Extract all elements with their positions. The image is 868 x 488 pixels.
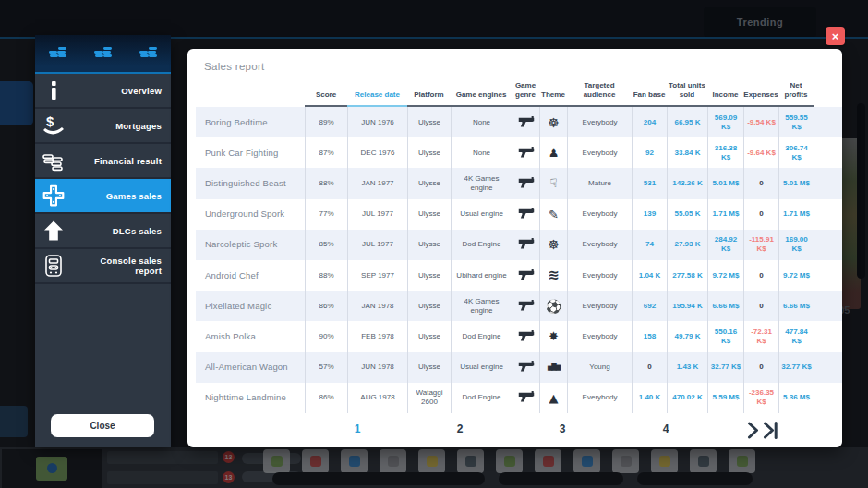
column-header-income[interactable]: Income	[707, 66, 743, 107]
table-row[interactable]: Punk Car Fighting87%DEC 1976UlysseNone♟E…	[196, 137, 842, 168]
column-header-platform[interactable]: Platform	[407, 66, 451, 107]
cell-game-name: Nighttime Landmine	[196, 383, 305, 413]
column-header-game-genre[interactable]: Game genre	[512, 66, 539, 107]
cell-platform: Ulysse	[407, 291, 451, 321]
cell-expenses: -115.91 K$	[743, 230, 778, 260]
cell-value: 88%	[319, 271, 333, 280]
column-header-label: Release date	[355, 90, 400, 100]
cell-value: Young	[589, 363, 609, 372]
svg-text:$: $	[46, 113, 54, 129]
table-row[interactable]: Underground Spork77%JUL 1977UlysseUsual …	[196, 199, 842, 230]
column-header-score[interactable]: Score	[305, 66, 347, 107]
genre-revolver-gun-icon	[518, 360, 535, 375]
cell-value: -9.64 K$	[747, 149, 776, 158]
table-row[interactable]: Narcoleptic Spork85%JUL 1977UlysseDod En…	[196, 230, 842, 260]
cell-value: 477.84 K$	[781, 327, 812, 346]
column-header-theme[interactable]: Theme	[539, 66, 567, 107]
sidebar-tab[interactable]	[44, 42, 72, 65]
cell-value: Nighttime Landmine	[205, 392, 286, 403]
cell-value: 6.66 M$	[713, 302, 740, 311]
cell-value: 49.79 K	[674, 332, 700, 341]
table-row[interactable]: Android Chef88%SEP 1977UlysseUbihard eng…	[196, 260, 842, 291]
cell-income: 284.92 K$	[707, 230, 743, 260]
cell-value: 0	[759, 302, 763, 311]
genre-revolver-gun-icon	[518, 299, 535, 314]
cell-score: 87%	[305, 137, 347, 168]
cell-game-genre	[512, 168, 539, 198]
cell-platform: Ulysse	[407, 352, 451, 383]
cell-value: All-American Wagon	[205, 362, 288, 373]
cell-release-date: JUN 1976	[347, 107, 407, 137]
cell-net-profits: 169.00 K$	[778, 230, 814, 260]
cell-platform: Ulysse	[407, 107, 451, 137]
close-window-button[interactable]: ×	[826, 27, 845, 45]
table-row[interactable]: Nighttime Landmine86%AUG 1978Wataggi 260…	[196, 383, 842, 413]
cell-value: 9.72 M$	[713, 271, 740, 280]
cell-value: Everybody	[583, 332, 618, 341]
column-header-targeted-audience[interactable]: Targeted audience	[567, 66, 632, 107]
table-row[interactable]: Distinguished Beast88%JAN 1977Ulysse4K G…	[196, 168, 842, 198]
cell-value: 559.55 K$	[781, 113, 812, 132]
sidebar-item-games-sales[interactable]: Games sales	[35, 179, 171, 212]
cell-value: 139	[644, 209, 656, 219]
sidebar-item-dlcs-sales[interactable]: DLCs sales	[35, 214, 171, 247]
cell-game-engine: None	[451, 137, 512, 168]
sidebar-item-mortgages[interactable]: $Mortgages	[35, 109, 171, 142]
cell-platform: Ulysse	[407, 137, 451, 168]
table-row[interactable]: Pixellated Magic86%JAN 1978Ulysse4K Game…	[196, 291, 842, 321]
cell-income: 550.16 K$	[707, 321, 743, 351]
cell-targeted-audience: Everybody	[567, 199, 632, 230]
sidebar-item-financial-result[interactable]: Financial result	[35, 144, 171, 177]
cell-score: 86%	[305, 383, 347, 413]
next-page-icon[interactable]	[747, 422, 759, 439]
cell-game-engine: Dod Engine	[451, 230, 512, 260]
cell-value: AUG 1978	[360, 393, 394, 402]
sidebar-tab[interactable]	[135, 42, 163, 65]
pagination-page-1[interactable]: 1	[347, 423, 368, 435]
cell-value: 284.92 K$	[710, 235, 741, 254]
cell-value: 33.84 K	[674, 149, 700, 158]
cell-net-profits: 32.77 K$	[778, 352, 814, 383]
column-header-game-engines[interactable]: Game engines	[451, 66, 512, 107]
last-page-icon[interactable]	[763, 422, 778, 439]
column-header-label: Platform	[414, 90, 443, 100]
sidebar-item-overview[interactable]: Overview	[35, 74, 171, 107]
cell-fan-base: 204	[632, 107, 667, 137]
cell-total-units-sold: 27.93 K	[667, 230, 707, 260]
sidebar-item-console-sales-report[interactable]: Console sales report	[35, 249, 171, 282]
column-header-fan-base[interactable]: Fan base	[632, 66, 667, 107]
theme-politician-podium-icon: ♟	[549, 147, 560, 159]
cell-value: None	[473, 118, 490, 127]
pagination-page-2[interactable]: 2	[450, 423, 470, 435]
cell-value: Dod Engine	[463, 240, 501, 249]
cell-value: Usual engine	[460, 363, 503, 372]
dpad-icon	[35, 184, 72, 208]
table-row[interactable]: Amish Polka90%FEB 1978UlysseDod Engine✸E…	[196, 321, 842, 351]
cell-theme: ☟	[539, 168, 567, 198]
pagination-page-4[interactable]: 4	[656, 423, 676, 435]
column-header-expenses[interactable]: Expenses	[743, 66, 778, 107]
arrow-up-icon	[35, 220, 72, 242]
cell-net-profits: 559.55 K$	[778, 107, 814, 137]
column-header-release-date[interactable]: Release date	[347, 66, 407, 107]
table-row[interactable]: Boring Bedtime89%JUN 1976UlysseNone☸Ever…	[196, 107, 842, 137]
theme-maze-icon: ☸	[548, 238, 560, 251]
coin-stack-icon	[138, 42, 160, 65]
table-row[interactable]: All-American Wagon57%JUN 1978UlysseUsual…	[196, 352, 842, 383]
cell-net-profits: 477.84 K$	[778, 321, 814, 351]
genre-revolver-gun-icon	[518, 390, 535, 405]
cell-score: 88%	[305, 168, 347, 198]
sidebar-tab[interactable]	[90, 42, 117, 65]
column-header-total-units-sold[interactable]: Total units sold	[667, 66, 707, 107]
close-button[interactable]: Close	[51, 414, 154, 437]
column-header-label: Net profits	[778, 81, 814, 100]
cell-value: Amish Polka	[205, 331, 256, 342]
cell-game-name: Narcoleptic Spork	[196, 230, 305, 260]
column-header-net-profits[interactable]: Net profits	[778, 66, 814, 107]
pagination-page-3[interactable]: 3	[552, 423, 573, 435]
cell-expenses: 0	[743, 260, 778, 291]
genre-revolver-gun-icon	[518, 207, 535, 221]
column-header-label: Total units sold	[667, 81, 707, 100]
cell-expenses: 0	[743, 199, 778, 230]
cell-fan-base: 531	[632, 168, 667, 198]
